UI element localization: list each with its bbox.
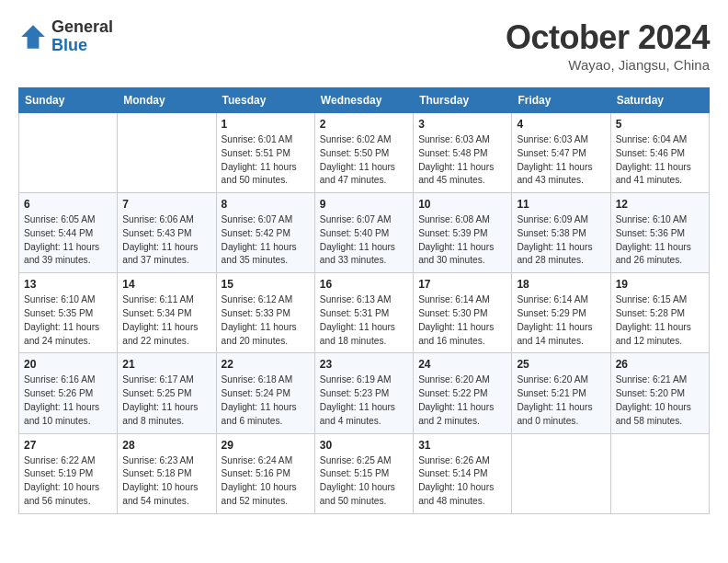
day-number: 8 [222,198,310,211]
day-number: 4 [517,118,605,131]
day-info: Sunrise: 6:14 AMSunset: 5:30 PMDaylight:… [418,293,506,348]
day-number: 19 [616,278,704,291]
calendar-cell: 27Sunrise: 6:22 AMSunset: 5:19 PMDayligh… [19,433,118,513]
day-number: 30 [320,439,408,452]
day-number: 20 [24,358,112,371]
svg-marker-0 [21,25,45,49]
logo-icon [18,22,48,52]
day-info: Sunrise: 6:08 AMSunset: 5:39 PMDaylight:… [418,213,506,268]
day-info: Sunrise: 6:24 AMSunset: 5:16 PMDaylight:… [222,454,310,509]
calendar-cell: 5Sunrise: 6:04 AMSunset: 5:46 PMDaylight… [610,113,709,193]
day-number: 13 [24,278,112,291]
day-info: Sunrise: 6:13 AMSunset: 5:31 PMDaylight:… [320,293,408,348]
calendar-cell: 14Sunrise: 6:11 AMSunset: 5:34 PMDayligh… [118,273,216,353]
location: Wayao, Jiangsu, China [506,57,710,73]
logo-text: General Blue [51,18,113,55]
calendar-week-2: 6Sunrise: 6:05 AMSunset: 5:44 PMDaylight… [19,193,710,273]
col-header-wednesday: Wednesday [314,88,413,113]
day-info: Sunrise: 6:04 AMSunset: 5:46 PMDaylight:… [616,133,704,188]
title-block: October 2024 Wayao, Jiangsu, China [506,18,710,73]
day-number: 28 [122,439,210,452]
day-info: Sunrise: 6:11 AMSunset: 5:34 PMDaylight:… [122,293,210,348]
calendar-cell: 25Sunrise: 6:20 AMSunset: 5:21 PMDayligh… [512,353,610,433]
col-header-thursday: Thursday [414,88,512,113]
col-header-sunday: Sunday [19,88,118,113]
day-info: Sunrise: 6:03 AMSunset: 5:47 PMDaylight:… [517,133,605,188]
day-info: Sunrise: 6:01 AMSunset: 5:51 PMDaylight:… [222,133,310,188]
day-info: Sunrise: 6:23 AMSunset: 5:18 PMDaylight:… [122,454,210,509]
calendar-cell: 16Sunrise: 6:13 AMSunset: 5:31 PMDayligh… [314,273,413,353]
calendar-cell: 6Sunrise: 6:05 AMSunset: 5:44 PMDaylight… [19,193,118,273]
day-number: 1 [222,118,310,131]
day-info: Sunrise: 6:19 AMSunset: 5:23 PMDaylight:… [320,373,408,428]
col-header-saturday: Saturday [610,88,709,113]
calendar-cell: 23Sunrise: 6:19 AMSunset: 5:23 PMDayligh… [314,353,413,433]
calendar-cell: 1Sunrise: 6:01 AMSunset: 5:51 PMDaylight… [216,113,314,193]
day-number: 2 [320,118,408,131]
day-info: Sunrise: 6:25 AMSunset: 5:15 PMDaylight:… [320,454,408,509]
calendar-cell: 11Sunrise: 6:09 AMSunset: 5:38 PMDayligh… [512,193,610,273]
calendar-cell [610,433,709,513]
calendar-table: SundayMondayTuesdayWednesdayThursdayFrid… [18,87,710,514]
day-number: 27 [24,439,112,452]
calendar-cell: 4Sunrise: 6:03 AMSunset: 5:47 PMDaylight… [512,113,610,193]
day-number: 21 [122,358,210,371]
day-number: 31 [418,439,506,452]
calendar-header-row: SundayMondayTuesdayWednesdayThursdayFrid… [19,88,710,113]
day-info: Sunrise: 6:09 AMSunset: 5:38 PMDaylight:… [517,213,605,268]
calendar-cell: 15Sunrise: 6:12 AMSunset: 5:33 PMDayligh… [216,273,314,353]
day-info: Sunrise: 6:07 AMSunset: 5:42 PMDaylight:… [222,213,310,268]
day-info: Sunrise: 6:26 AMSunset: 5:14 PMDaylight:… [418,454,506,509]
day-number: 14 [122,278,210,291]
day-info: Sunrise: 6:07 AMSunset: 5:40 PMDaylight:… [320,213,408,268]
calendar-cell [118,113,216,193]
day-number: 18 [517,278,605,291]
calendar-cell: 24Sunrise: 6:20 AMSunset: 5:22 PMDayligh… [414,353,512,433]
day-info: Sunrise: 6:05 AMSunset: 5:44 PMDaylight:… [24,213,112,268]
day-number: 23 [320,358,408,371]
logo-general-text: General [51,18,113,37]
day-info: Sunrise: 6:18 AMSunset: 5:24 PMDaylight:… [222,373,310,428]
calendar-cell: 8Sunrise: 6:07 AMSunset: 5:42 PMDaylight… [216,193,314,273]
logo: General Blue [18,18,113,55]
day-number: 9 [320,198,408,211]
day-number: 25 [517,358,605,371]
calendar-cell: 20Sunrise: 6:16 AMSunset: 5:26 PMDayligh… [19,353,118,433]
day-number: 7 [122,198,210,211]
calendar-week-1: 1Sunrise: 6:01 AMSunset: 5:51 PMDaylight… [19,113,710,193]
day-info: Sunrise: 6:22 AMSunset: 5:19 PMDaylight:… [24,454,112,509]
day-info: Sunrise: 6:14 AMSunset: 5:29 PMDaylight:… [517,293,605,348]
day-info: Sunrise: 6:16 AMSunset: 5:26 PMDaylight:… [24,373,112,428]
calendar-cell [512,433,610,513]
calendar-cell: 3Sunrise: 6:03 AMSunset: 5:48 PMDaylight… [414,113,512,193]
day-info: Sunrise: 6:02 AMSunset: 5:50 PMDaylight:… [320,133,408,188]
day-number: 15 [222,278,310,291]
day-number: 5 [616,118,704,131]
day-info: Sunrise: 6:10 AMSunset: 5:35 PMDaylight:… [24,293,112,348]
day-info: Sunrise: 6:20 AMSunset: 5:22 PMDaylight:… [418,373,506,428]
day-info: Sunrise: 6:10 AMSunset: 5:36 PMDaylight:… [616,213,704,268]
day-info: Sunrise: 6:15 AMSunset: 5:28 PMDaylight:… [616,293,704,348]
logo-blue-text: Blue [51,37,113,55]
calendar-cell: 10Sunrise: 6:08 AMSunset: 5:39 PMDayligh… [414,193,512,273]
calendar-cell: 26Sunrise: 6:21 AMSunset: 5:20 PMDayligh… [610,353,709,433]
day-number: 10 [418,198,506,211]
calendar-cell: 12Sunrise: 6:10 AMSunset: 5:36 PMDayligh… [610,193,709,273]
day-number: 17 [418,278,506,291]
day-number: 22 [222,358,310,371]
calendar-cell: 21Sunrise: 6:17 AMSunset: 5:25 PMDayligh… [118,353,216,433]
day-info: Sunrise: 6:06 AMSunset: 5:43 PMDaylight:… [122,213,210,268]
day-number: 3 [418,118,506,131]
col-header-monday: Monday [118,88,216,113]
calendar-cell: 17Sunrise: 6:14 AMSunset: 5:30 PMDayligh… [414,273,512,353]
day-number: 29 [222,439,310,452]
calendar-cell: 13Sunrise: 6:10 AMSunset: 5:35 PMDayligh… [19,273,118,353]
col-header-friday: Friday [512,88,610,113]
page-header: General Blue October 2024 Wayao, Jiangsu… [18,18,710,73]
day-number: 16 [320,278,408,291]
day-number: 6 [24,198,112,211]
calendar-cell: 31Sunrise: 6:26 AMSunset: 5:14 PMDayligh… [414,433,512,513]
calendar-cell: 9Sunrise: 6:07 AMSunset: 5:40 PMDaylight… [314,193,413,273]
calendar-cell: 19Sunrise: 6:15 AMSunset: 5:28 PMDayligh… [610,273,709,353]
calendar-week-4: 20Sunrise: 6:16 AMSunset: 5:26 PMDayligh… [19,353,710,433]
